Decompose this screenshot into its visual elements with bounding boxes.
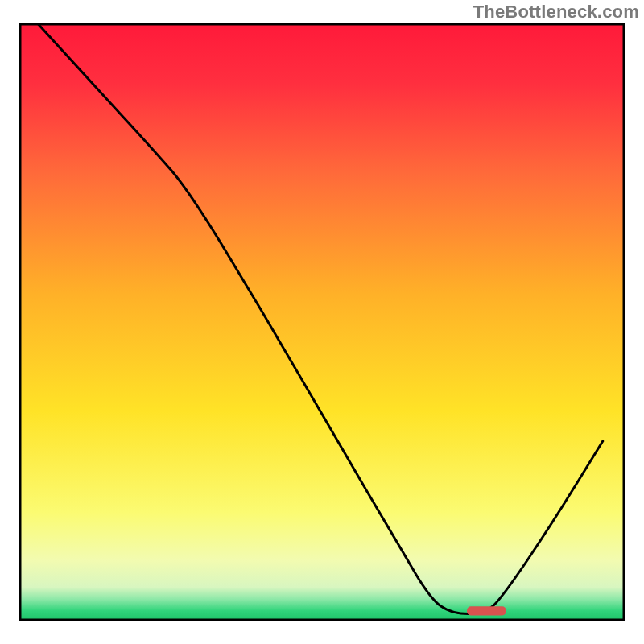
- chart-canvas: TheBottleneck.com: [0, 0, 644, 644]
- plot-background: [20, 24, 624, 620]
- watermark-text: TheBottleneck.com: [473, 2, 639, 23]
- bottleneck-chart-svg: [0, 0, 644, 644]
- optimal-marker: [467, 606, 506, 615]
